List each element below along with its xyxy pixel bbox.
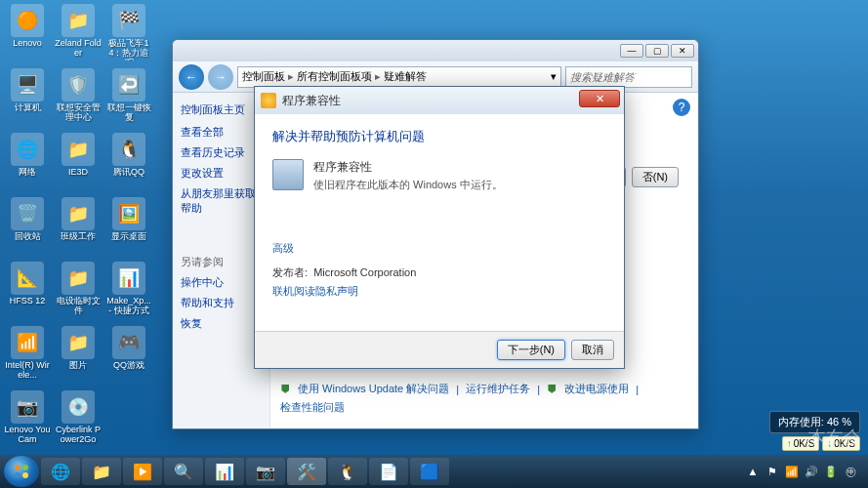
sidebar-link[interactable]: 更改设置	[181, 166, 262, 181]
svg-point-2	[15, 472, 21, 478]
sidebar-link[interactable]: 查看历史记录	[181, 145, 262, 160]
desktop-icon[interactable]: 🖼️显示桌面	[105, 197, 152, 258]
close-button[interactable]: ✕	[671, 44, 694, 58]
taskbar-item-app2[interactable]: 🟦	[410, 458, 449, 485]
icon-image: 📊	[112, 262, 145, 295]
desktop-icon[interactable]: 📁IE3D	[55, 133, 102, 193]
breadcrumb-item[interactable]: 疑难解答	[384, 69, 427, 84]
desktop-icon[interactable]: 🏁极品飞车14：热力追踪	[105, 4, 152, 64]
tray-volume-icon[interactable]: 🔊	[804, 464, 819, 479]
forward-button[interactable]: →	[208, 64, 233, 90]
taskbar-item-ie[interactable]: 🌐	[41, 458, 80, 485]
wizard-titlebar[interactable]: 程序兼容性 ✕	[255, 87, 624, 114]
desktop-icon[interactable]: 💿Cyberlink Power2Go	[55, 390, 102, 451]
icon-image: ↩️	[112, 68, 145, 102]
no-button[interactable]: 否(N)	[632, 167, 679, 187]
back-button[interactable]: ←	[179, 64, 204, 90]
link-performance[interactable]: 检查性能问题	[280, 400, 345, 415]
tray-action-icon[interactable]: ⚑	[765, 464, 780, 479]
taskbar-item-camera[interactable]: 📷	[246, 458, 285, 485]
icon-image: 🗑️	[11, 197, 44, 230]
desktop-icon[interactable]: 🐧腾讯QQ	[105, 133, 152, 193]
icon-image: 📁	[62, 326, 95, 359]
taskbar-item-controlpanel[interactable]: 🛠️	[287, 458, 326, 485]
icon-image: 🛡️	[62, 68, 95, 102]
taskbar-item-app[interactable]: 📄	[369, 458, 408, 485]
icon-label: Zeland Folder	[55, 39, 102, 59]
icon-label: Cyberlink Power2Go	[55, 426, 102, 445]
maximize-button[interactable]: ▢	[645, 44, 669, 58]
desktop-icon[interactable]: 🟠Lenovo	[4, 4, 51, 64]
icon-label: 联想安全管理中心	[55, 103, 102, 123]
icon-label: HFSS 12	[10, 297, 46, 306]
breadcrumb-item[interactable]: 所有控制面板项	[297, 69, 372, 84]
svg-point-0	[15, 465, 21, 470]
wizard-footer: 下一步(N) 取消	[255, 331, 624, 368]
desktop-icon[interactable]: 🎮QQ游戏	[105, 326, 152, 386]
icon-image: 📁	[62, 133, 95, 166]
wizard-heading: 解决并帮助预防计算机问题	[272, 128, 606, 145]
next-button[interactable]: 下一步(N)	[497, 340, 565, 360]
sidebar-home[interactable]: 控制面板主页	[181, 102, 262, 117]
icon-image: 📐	[11, 262, 44, 295]
taskbar-item-explorer[interactable]: 📁	[82, 458, 121, 485]
close-button[interactable]: ✕	[579, 90, 620, 107]
icon-label: QQ游戏	[113, 361, 145, 371]
taskbar-item-media[interactable]: ▶️	[123, 458, 162, 485]
icon-label: 回收站	[15, 232, 41, 242]
tray-expand-icon[interactable]: ▲	[745, 464, 761, 479]
desktop-icon[interactable]: ↩️联想一键恢复	[105, 68, 152, 129]
desktop-icon[interactable]: 🖥️计算机	[4, 68, 51, 129]
shield-icon: ⛊	[547, 384, 558, 395]
icon-label: 班级工作	[61, 232, 96, 242]
icon-label: IE3D	[68, 168, 88, 178]
wizard-item: 程序兼容性 使旧程序在此版本的 Windows 中运行。	[272, 159, 606, 192]
desktop-icon[interactable]: 📊Make_Xp... - 快捷方式	[105, 262, 152, 322]
taskbar: 🌐 📁 ▶️ 🔍 📊 📷 🛠️ 🐧 📄 🟦 ▲ ⚑ 📶 🔊 🔋 ㊥	[0, 455, 868, 488]
see-also-link[interactable]: 帮助和支持	[181, 296, 262, 310]
search-input[interactable]	[565, 66, 692, 88]
see-also-link[interactable]: 恢复	[181, 316, 262, 331]
desktop-icon[interactable]: 📶Intel(R) Wirele...	[4, 326, 51, 386]
tray-ime-icon[interactable]: ㊥	[843, 464, 858, 479]
tray-network-icon[interactable]: 📶	[784, 464, 800, 479]
wizard-title: 程序兼容性	[282, 93, 341, 109]
cancel-button[interactable]: 取消	[571, 340, 614, 360]
window-titlebar[interactable]: — ▢ ✕	[173, 40, 698, 61]
desktop-icon[interactable]: 📁Zeland Folder	[55, 4, 102, 64]
desktop-icon[interactable]: 📐HFSS 12	[4, 262, 51, 322]
sidebar-link[interactable]: 查看全部	[181, 125, 262, 140]
taskbar-item-monitor[interactable]: 📊	[205, 458, 244, 485]
privacy-link[interactable]: 联机阅读隐私声明	[272, 284, 606, 299]
minimize-button[interactable]: —	[620, 44, 643, 58]
start-button[interactable]	[4, 456, 39, 487]
desktop-icon[interactable]: 📁班级工作	[55, 197, 102, 258]
breadcrumb[interactable]: 控制面板▸ 所有控制面板项▸ 疑难解答 ▾	[237, 66, 561, 88]
desktop-icon[interactable]: 🌐网络	[4, 133, 51, 193]
icon-label: Make_Xp... - 快捷方式	[105, 297, 152, 316]
desktop-icon[interactable]: 📁图片	[55, 326, 102, 386]
see-also-link[interactable]: 操作中心	[181, 275, 262, 290]
help-icon[interactable]: ?	[673, 99, 690, 116]
icon-label: Lenovo YouCam	[4, 426, 51, 445]
see-also-header: 另请参阅	[181, 255, 262, 269]
link-maintenance[interactable]: 运行维护任务	[466, 382, 530, 396]
taskbar-item-qq[interactable]: 🐧	[328, 458, 367, 485]
icon-label: 腾讯QQ	[113, 168, 145, 178]
desktop-icon[interactable]: 🗑️回收站	[4, 197, 51, 258]
advanced-link[interactable]: 高级	[272, 241, 606, 256]
icon-label: 网络	[19, 168, 36, 178]
link-windows-update[interactable]: 使用 Windows Update 解决问题	[298, 382, 449, 396]
taskbar-item-sogou[interactable]: 🔍	[164, 458, 203, 485]
link-power[interactable]: 改进电源使用	[564, 382, 629, 396]
compatibility-wizard: 程序兼容性 ✕ 解决并帮助预防计算机问题 程序兼容性 使旧程序在此版本的 Win…	[254, 86, 625, 369]
icon-image: 📁	[62, 197, 95, 230]
icon-image: 📁	[62, 4, 95, 37]
desktop-icon[interactable]: 🛡️联想安全管理中心	[55, 68, 102, 129]
icon-label: Lenovo	[13, 39, 42, 49]
breadcrumb-item[interactable]: 控制面板	[242, 69, 285, 84]
desktop-icon[interactable]: 📷Lenovo YouCam	[4, 390, 51, 451]
tray-battery-icon[interactable]: 🔋	[823, 464, 839, 479]
desktop-icon[interactable]: 📁电设临时文件	[55, 262, 102, 322]
sidebar-link[interactable]: 从朋友那里获取帮助	[181, 186, 262, 216]
